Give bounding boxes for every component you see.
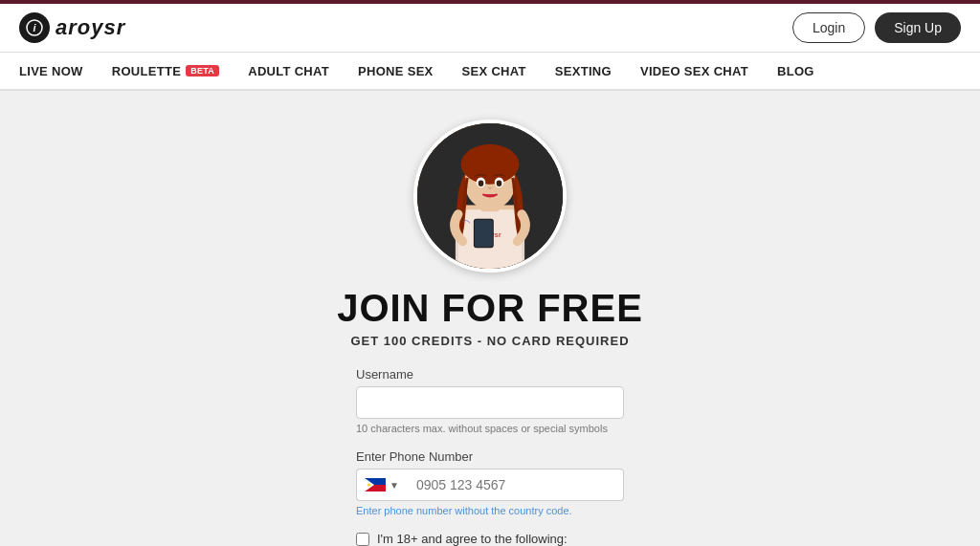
join-heading: JOIN FOR FREE — [337, 287, 643, 330]
username-hint: 10 characters max. without spaces or spe… — [356, 423, 624, 434]
svg-point-19 — [368, 484, 370, 487]
nav-item-blog[interactable]: BLOG — [777, 64, 814, 78]
svg-text:i: i — [33, 22, 36, 33]
phone-hint: Enter phone number without the country c… — [356, 505, 624, 516]
profile-image: aroysr — [413, 120, 567, 273]
nav-item-videosexchat[interactable]: VIDEO SEX CHAT — [640, 64, 748, 78]
main-nav: LIVE NOW ROULETTE Beta ADULT CHAT PHONE … — [0, 53, 980, 91]
age-checkbox-row: I'm 18+ and agree to the following: — [356, 532, 624, 546]
nav-item-sexchat[interactable]: SEX CHAT — [462, 64, 526, 78]
header-buttons: Login Sign Up — [792, 12, 961, 43]
svg-point-8 — [461, 144, 520, 185]
svg-point-12 — [497, 180, 502, 186]
username-input[interactable] — [356, 386, 624, 419]
nav-item-livenow[interactable]: LIVE NOW — [19, 64, 83, 78]
nav-item-roulette[interactable]: ROULETTE Beta — [112, 64, 220, 78]
username-group: Username 10 characters max. without spac… — [356, 367, 624, 434]
nav-item-adultchat[interactable]: ADULT CHAT — [248, 64, 329, 78]
phone-group: Enter Phone Number ▼ Enter phone — [356, 449, 624, 516]
philippines-flag — [365, 478, 386, 491]
svg-rect-14 — [475, 220, 493, 248]
logo-text: aroysr — [56, 15, 125, 40]
registration-form: Username 10 characters max. without spac… — [356, 367, 624, 546]
country-selector[interactable]: ▼ — [356, 469, 407, 501]
phone-input[interactable] — [407, 469, 624, 501]
login-button[interactable]: Login — [792, 12, 865, 43]
beta-badge: Beta — [186, 65, 219, 76]
main-content: aroysr — [0, 91, 980, 546]
nav-item-sexting[interactable]: SEXTING — [555, 64, 612, 78]
header: i aroysr Login Sign Up — [0, 0, 980, 53]
phone-input-group: ▼ — [356, 469, 624, 501]
username-label: Username — [356, 367, 624, 382]
join-subheading: GET 100 CREDITS - NO CARD REQUIRED — [350, 334, 629, 348]
age-checkbox-label[interactable]: I'm 18+ and agree to the following: — [377, 532, 568, 546]
logo-icon: i — [19, 12, 50, 43]
nav-item-phonesex[interactable]: PHONE SEX — [358, 64, 434, 78]
logo-area: i aroysr — [19, 12, 125, 43]
phone-label: Enter Phone Number — [356, 449, 624, 464]
country-dropdown-arrow: ▼ — [390, 480, 399, 491]
svg-point-11 — [479, 180, 484, 186]
signup-button[interactable]: Sign Up — [875, 12, 961, 43]
age-checkbox[interactable] — [356, 533, 369, 546]
